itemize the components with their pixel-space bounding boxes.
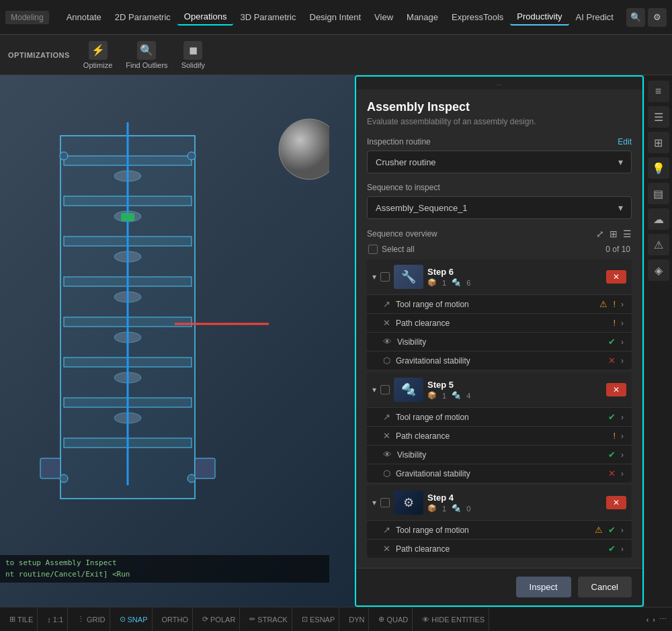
grid-icon: ⊞ [654, 136, 663, 149]
path-clear-label-4: Path clearance [396, 544, 603, 554]
main-area: to setup Assembly Inspect nt routine/Can… [0, 75, 672, 607]
status-arrow-left[interactable]: ‹ [646, 616, 649, 624]
step-6-name: Step 6 [427, 267, 602, 277]
menu-3d-param[interactable]: 3D Parametric [233, 9, 302, 25]
status-arrow-right[interactable]: › [653, 616, 655, 624]
parts-icon-6: 📦 [427, 278, 437, 287]
rail-bulb-btn[interactable]: 💡 [648, 157, 669, 179]
status-snap[interactable]: ⊙ SNAP [116, 607, 153, 631]
step-6-container: ▾ 🔧 Step 6 📦 1 🔩 6 ✕ [367, 259, 632, 370]
assembly-inspect-panel: ... Assembly Inspect Evaluate assemblabi… [355, 75, 644, 607]
layout-icon[interactable]: ⊞ [610, 228, 618, 239]
status-hide[interactable]: 👁 HIDE ENTITIES [418, 607, 489, 631]
status-polar[interactable]: ⟳ POLAR [198, 607, 240, 631]
status-esnap[interactable]: ⊡ ESNAP [298, 607, 339, 631]
status-warning-4-tr: ⚠ [595, 525, 603, 535]
arrow-5-gs[interactable]: › [621, 469, 624, 478]
rail-warning-btn[interactable]: ⚠ [648, 234, 669, 255]
status-dyn[interactable]: DYN [345, 607, 369, 631]
inspection-routine-dropdown[interactable]: Crusher routine ▾ [367, 151, 632, 173]
menu-annotate[interactable]: Annotate [60, 9, 108, 25]
status-scale[interactable]: ↕ 1:1 [43, 607, 68, 631]
menu-operations[interactable]: Operations [177, 9, 234, 26]
path-clear-icon-4: ✕ [383, 544, 390, 554]
sequence-overview-label: Sequence overview [367, 229, 437, 239]
step-6-visibility: 👁 Visibility ✔ › [367, 332, 632, 351]
arrow-5-pc[interactable]: › [621, 431, 624, 441]
step-5-visibility: 👁 Visibility ✔ › [367, 445, 632, 464]
step-6-error-btn[interactable]: ✕ [606, 270, 626, 284]
status-quad[interactable]: ⊕ QUAD [374, 607, 413, 631]
menu-view[interactable]: View [368, 9, 400, 25]
cancel-button[interactable]: Cancel [578, 577, 632, 597]
inspection-routine-label: Inspection routine Edit [367, 137, 632, 146]
status-tile[interactable]: ⊞ TILE [5, 607, 38, 631]
snap-label: SNAP [128, 616, 148, 624]
tools-count-5: 4 [466, 392, 470, 400]
hide-label: HIDE ENTITIES [431, 616, 485, 624]
arrow-6-v[interactable]: › [621, 337, 624, 347]
rail-table-btn[interactable]: ▤ [648, 183, 669, 204]
arrow-5-v[interactable]: › [621, 450, 624, 460]
inspect-button[interactable]: Inspect [516, 577, 571, 597]
menu-productivity[interactable]: Productivity [510, 9, 569, 26]
inspection-routine-value: Crusher routine [376, 157, 436, 167]
toolbar-solidify[interactable]: ◼ Solidify [181, 41, 205, 69]
rail-grid-btn[interactable]: ⊞ [648, 132, 669, 153]
menu-manage[interactable]: Manage [400, 9, 445, 25]
parts-icon-4: 📦 [427, 504, 437, 513]
path-clear-icon-6: ✕ [383, 318, 390, 328]
select-all-checkbox[interactable] [368, 245, 378, 254]
tile-label: TILE [17, 616, 33, 624]
status-error-5-gs: ✕ [608, 468, 616, 478]
step-4-checkbox[interactable] [380, 498, 390, 507]
step-5-meta: 📦 1 🔩 4 [427, 391, 602, 400]
status-right: ‹ › ⋯ [646, 615, 667, 624]
step-4-chevron[interactable]: ▾ [372, 498, 376, 507]
sequence-dropdown[interactable]: Assembly_Sequence_1 ▾ [367, 196, 632, 219]
viewport[interactable]: to setup Assembly Inspect nt routine/Can… [0, 75, 355, 607]
menu-ai-predict[interactable]: AI Predict [569, 9, 620, 25]
status-strack[interactable]: ✏ STRACK [245, 607, 292, 631]
status-ok-4-tr2: ✔ [608, 525, 616, 535]
status-ortho[interactable]: ORTHO [158, 607, 194, 631]
toolbar-find-outliers[interactable]: 🔍 Find Outliers [126, 41, 167, 69]
step-5-thumb: 🔩 [394, 378, 423, 402]
arrow-6-pc[interactable]: › [621, 319, 624, 328]
find-outliers-label: Find Outliers [126, 61, 167, 69]
solidify-label: Solidify [181, 61, 205, 69]
arrow-4-pc[interactable]: › [621, 544, 624, 554]
rail-cloud-btn[interactable]: ☁ [648, 208, 669, 230]
strack-label: STRACK [257, 616, 288, 624]
expand-icon[interactable]: ⤢ [596, 228, 604, 239]
edit-link[interactable]: Edit [618, 137, 632, 146]
step-5-error-btn[interactable]: ✕ [606, 383, 626, 396]
step-4-error-btn[interactable]: ✕ [606, 496, 626, 509]
visibility-label-5: Visibility [397, 450, 603, 460]
step-5-checkbox[interactable] [380, 385, 390, 394]
menu-2d-param[interactable]: 2D Parametric [108, 9, 177, 25]
list-icon[interactable]: ☰ [623, 228, 632, 239]
arrow-6-tr[interactable]: › [621, 300, 624, 309]
arrow-5-tr[interactable]: › [621, 413, 624, 422]
menu-expresstools[interactable]: ExpressTools [445, 9, 510, 25]
step-6-chevron[interactable]: ▾ [372, 272, 376, 282]
esnap-label: ESNAP [310, 616, 335, 624]
gear-icon[interactable]: ⚙ [648, 8, 667, 27]
status-dots[interactable]: ⋯ [659, 615, 667, 624]
status-grid[interactable]: ⋮ GRID [73, 607, 110, 631]
rail-sliders-btn[interactable]: ≡ [648, 81, 669, 102]
arrow-6-gs[interactable]: › [621, 356, 624, 366]
svg-rect-24 [195, 458, 215, 478]
rail-cube-btn[interactable]: ◈ [648, 259, 669, 281]
arrow-4-tr[interactable]: › [621, 525, 624, 535]
search-icon[interactable]: 🔍 [626, 8, 645, 27]
rail-layers-btn[interactable]: ☰ [648, 106, 669, 128]
step-5-chevron[interactable]: ▾ [372, 385, 376, 394]
step-6-checkbox[interactable] [380, 272, 390, 282]
menu-design-intent[interactable]: Design Intent [303, 9, 368, 25]
toolbar-optimize[interactable]: ⚡ Optimize [83, 41, 112, 69]
sequence-icons: ⤢ ⊞ ☰ [596, 228, 632, 239]
select-all-label[interactable]: Select all [368, 245, 415, 254]
step-6-tool-range: ↗ Tool range of motion ⚠ ! › [367, 294, 632, 313]
